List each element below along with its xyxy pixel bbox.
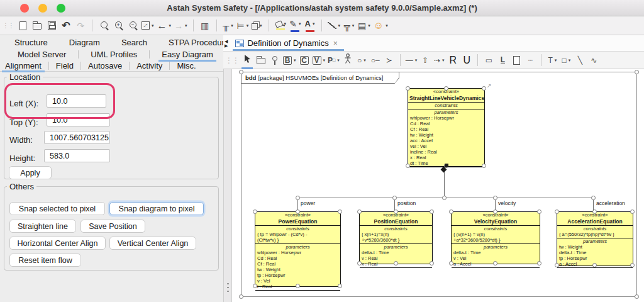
dropdown-caret-icon[interactable]: ▾ bbox=[260, 23, 262, 28]
snap-diagram-to-pixel-button[interactable]: Snap diagram to pixel bbox=[109, 202, 204, 215]
port-tool-icon[interactable]: P▾ bbox=[328, 53, 340, 68]
diagram-canvas[interactable]: bdd [package] HSUVMOEs [Definition of Dy… bbox=[232, 69, 644, 302]
provided-interface-tool-icon[interactable]: ○– bbox=[370, 53, 381, 68]
resize-handle[interactable] bbox=[493, 210, 497, 214]
line-handle[interactable] bbox=[493, 196, 497, 200]
dropdown-caret-icon[interactable]: ▾ bbox=[152, 23, 154, 28]
frame-resize-handle[interactable] bbox=[635, 294, 639, 299]
dropdown-caret-icon[interactable]: ▾ bbox=[386, 23, 388, 28]
dropdown-caret-icon[interactable]: ▾ bbox=[169, 23, 172, 28]
resize-handle[interactable] bbox=[537, 210, 541, 214]
dropdown-caret-icon[interactable]: ▾ bbox=[247, 23, 249, 28]
connector-label-position[interactable]: position bbox=[397, 200, 416, 206]
resize-handle[interactable] bbox=[630, 210, 635, 214]
back-icon[interactable]: ←▾ bbox=[157, 18, 172, 33]
tab-activity[interactable]: Activity bbox=[135, 60, 164, 71]
resize-handle[interactable] bbox=[555, 210, 559, 214]
note-tool-icon[interactable] bbox=[511, 53, 522, 68]
connector-label-velocity[interactable]: velocity bbox=[498, 200, 516, 206]
tab-easy-diagram[interactable]: Easy Diagram bbox=[160, 49, 215, 60]
resize-handle[interactable] bbox=[592, 263, 597, 267]
horizontal-center-align-button[interactable]: Horizontal Center Align bbox=[9, 237, 106, 250]
resize-handle[interactable] bbox=[338, 210, 342, 214]
fit-view-icon[interactable]: ⤢▾ bbox=[142, 18, 154, 33]
tab-autosave[interactable]: Autosave bbox=[86, 60, 124, 71]
hierarchy-icon[interactable]: ╦▾ bbox=[343, 18, 355, 33]
height-field[interactable] bbox=[44, 149, 110, 162]
panel-splitter[interactable] bbox=[223, 69, 232, 302]
resize-handle[interactable] bbox=[449, 261, 453, 266]
select-tool-icon[interactable] bbox=[242, 53, 253, 68]
resize-handle[interactable] bbox=[296, 284, 300, 288]
rounded-rect-tool-icon[interactable]: ▭ bbox=[483, 53, 494, 68]
new-file-icon[interactable] bbox=[17, 18, 28, 33]
corner-line-tool-icon[interactable]: L bbox=[497, 53, 508, 68]
connector-label-acceleration[interactable]: acceleration bbox=[596, 200, 625, 206]
block-PositionEquation[interactable]: «constraint»PositionEquationconstraints{… bbox=[359, 211, 433, 264]
tab-uml-profiles[interactable]: UML Profiles bbox=[89, 49, 139, 60]
frame-resize-handle[interactable] bbox=[239, 294, 243, 299]
tab-misc-[interactable]: Misc. bbox=[175, 60, 197, 71]
zoom-in-icon[interactable]: + bbox=[113, 18, 124, 33]
block-StraightLineVehicleDynamics[interactable]: «constraint»StraightLineVehicleDynamicsc… bbox=[408, 88, 485, 167]
dropdown-caret-icon[interactable]: ▾ bbox=[352, 23, 355, 28]
resize-handle[interactable] bbox=[357, 210, 362, 214]
resize-handle[interactable] bbox=[406, 164, 410, 168]
line-handle[interactable] bbox=[442, 196, 447, 200]
resize-handle[interactable] bbox=[253, 210, 257, 214]
resize-handle[interactable] bbox=[493, 261, 497, 266]
association-tool-icon[interactable]: —▾ bbox=[406, 53, 418, 68]
curve-tool-icon[interactable]: ∿ bbox=[588, 53, 599, 68]
left-x-field[interactable] bbox=[47, 94, 106, 108]
dropdown-caret-icon[interactable]: ▾ bbox=[294, 58, 296, 63]
tab-search[interactable]: Search bbox=[119, 37, 149, 48]
resize-handle[interactable] bbox=[449, 210, 453, 214]
resize-handle[interactable] bbox=[482, 86, 486, 91]
dropdown-caret-icon[interactable]: ▾ bbox=[313, 21, 315, 26]
dropdown-caret-icon[interactable]: ▾ bbox=[442, 58, 445, 63]
required-interface-tool-icon[interactable]: ≻ bbox=[384, 53, 395, 68]
tab-stpa-procedure[interactable]: STPA Procedure bbox=[167, 37, 231, 48]
width-field[interactable] bbox=[44, 131, 110, 144]
dropdown-caret-icon[interactable]: ▾ bbox=[337, 58, 340, 63]
tab-diagram[interactable]: Diagram bbox=[67, 37, 102, 48]
horizontal-align-icon[interactable]: ⊨▾ bbox=[237, 18, 249, 33]
line-tool-icon[interactable]: ╲ bbox=[574, 53, 586, 68]
vertical-center-align-button[interactable]: Vertical Center Align bbox=[109, 237, 196, 250]
resize-handle[interactable] bbox=[406, 86, 410, 91]
tab-scroll-left-icon[interactable]: ◀ bbox=[225, 39, 228, 43]
text-tool-icon[interactable]: T▾ bbox=[547, 53, 558, 68]
undo-icon[interactable]: ↶ bbox=[60, 18, 72, 33]
resize-handle[interactable] bbox=[394, 261, 398, 266]
redo-icon[interactable]: ↷ bbox=[75, 18, 86, 33]
block-VelocityEquation[interactable]: «constraint»VelocityEquationconstraints{… bbox=[451, 211, 540, 264]
resize-handle[interactable] bbox=[537, 261, 541, 266]
usecase-tool-icon[interactable]: ○▾ bbox=[356, 53, 367, 68]
rect-tool-icon[interactable]: □▾ bbox=[560, 53, 572, 68]
zoom-out-icon[interactable]: − bbox=[127, 18, 138, 33]
tab-scroll-right-icon[interactable]: ▶ bbox=[225, 43, 228, 48]
layout-icon[interactable]: ▤▾ bbox=[358, 18, 370, 33]
generalization-tool-icon[interactable]: ⇧ bbox=[419, 53, 431, 68]
vertical-align-icon[interactable]: ╥▾ bbox=[223, 18, 234, 33]
tab-definition-of-dynamics[interactable]: Definition of Dynamics × bbox=[233, 36, 340, 50]
dashed-line-tool-icon[interactable]: ┄ bbox=[525, 53, 536, 68]
forward-icon[interactable]: →▾ bbox=[174, 18, 187, 33]
snap-selected-to-pixel-button[interactable]: Snap selected to pixel bbox=[9, 202, 105, 215]
line-color-icon[interactable]: ✎▾ bbox=[289, 18, 301, 33]
resize-handle[interactable] bbox=[430, 261, 434, 266]
save-icon[interactable] bbox=[46, 18, 57, 33]
tab-field[interactable]: Field bbox=[54, 60, 75, 71]
tab-alignment[interactable]: Alignment bbox=[3, 60, 43, 71]
resize-handle[interactable] bbox=[253, 284, 257, 288]
font-color-icon[interactable]: A▾ bbox=[304, 18, 316, 33]
pin-tool-icon[interactable] bbox=[269, 53, 280, 68]
open-file-icon[interactable] bbox=[31, 18, 43, 33]
close-tab-icon[interactable]: × bbox=[333, 39, 338, 48]
reset-item-flow-button[interactable]: Reset item flow bbox=[9, 254, 81, 267]
connector-label-power[interactable]: power bbox=[301, 200, 315, 206]
line-handle[interactable] bbox=[392, 196, 397, 200]
apply-button[interactable]: Apply bbox=[9, 166, 52, 179]
line-style-icon[interactable]: ▾ bbox=[328, 18, 341, 33]
resize-handle[interactable] bbox=[592, 210, 597, 214]
